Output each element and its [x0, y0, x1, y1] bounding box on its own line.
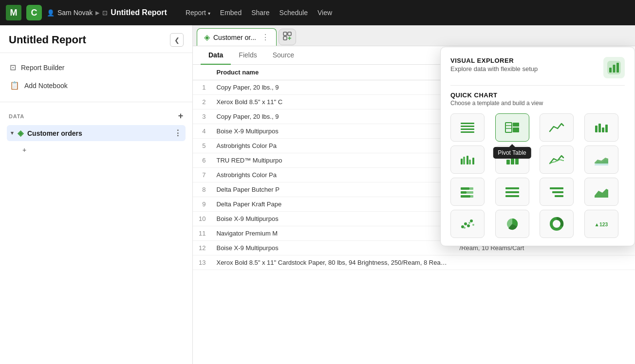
svg-rect-25	[469, 160, 471, 164]
add-notebook-icon: 📋	[10, 81, 19, 90]
ve-title: VISUAL EXPLORER	[450, 57, 538, 64]
report-builder-icon: ⊡	[10, 63, 16, 72]
chart-type-scatter[interactable]	[450, 210, 485, 238]
chart-type-donut[interactable]	[540, 210, 574, 238]
col-product-header[interactable]: Product name	[210, 65, 453, 80]
svg-rect-13	[505, 123, 512, 132]
row-number: 11	[193, 226, 210, 240]
svg-rect-37	[505, 191, 519, 193]
sidebar: Untitled Report ❮ ⊡ Report Builder 📋 Add…	[0, 25, 193, 364]
svg-rect-27	[506, 160, 510, 164]
sub-tab-source[interactable]: Source	[265, 46, 302, 65]
tab-label: Customer or...	[213, 34, 256, 41]
svg-rect-8	[616, 63, 619, 73]
breadcrumb-arrow: ▶	[95, 10, 99, 16]
chart-type-pivot[interactable]: Pivot Table	[495, 113, 529, 142]
svg-rect-14	[513, 123, 519, 127]
product-cell: Delta Paper Butcher P	[210, 182, 453, 197]
chart-type-indent-lines[interactable]	[540, 178, 574, 206]
add-tab-button[interactable]	[279, 29, 296, 45]
svg-point-43	[464, 222, 467, 225]
nav-schedule[interactable]: Schedule	[276, 7, 312, 18]
svg-rect-41	[555, 195, 563, 197]
sidebar-data-section: DATA + ▾ ◈ Customer orders ⋮ +	[0, 104, 192, 162]
breadcrumb: 👤 Sam Novak ▶ ⊡ Untitled Report	[47, 8, 167, 17]
chart-type-bar-spaced[interactable]	[584, 113, 618, 142]
chart-type-stacked-area[interactable]	[584, 146, 618, 174]
product-cell: TRU RED™ Multipurpo	[210, 153, 453, 167]
pivot-tooltip: Pivot Table	[493, 147, 531, 159]
product-cell: Xerox Bold 8.5" x 11" C	[210, 94, 453, 109]
row-number: 4	[193, 124, 210, 138]
chart-type-equal-lines[interactable]	[495, 178, 529, 206]
row-number: 3	[193, 109, 210, 124]
chart-type-table[interactable]	[450, 113, 485, 142]
add-notebook-label: Add Notebook	[24, 82, 68, 90]
svg-rect-2	[283, 36, 287, 40]
nav-report[interactable]: Report ▾	[182, 7, 214, 18]
visual-explorer-popup: VISUAL EXPLORER Explore data with flexib…	[440, 47, 635, 246]
chart-type-number[interactable]: ▲123	[584, 210, 618, 238]
sidebar-nav: ⊡ Report Builder 📋 Add Notebook	[0, 53, 192, 100]
sub-tab-fields[interactable]: Fields	[231, 46, 264, 65]
svg-rect-20	[602, 127, 604, 132]
svg-rect-18	[595, 126, 598, 132]
ve-subtitle: Explore data with flexible setup	[450, 65, 538, 73]
nav-view[interactable]: View	[314, 7, 336, 18]
svg-rect-36	[505, 187, 519, 189]
quick-chart-subtitle: Choose a template and build a view	[450, 100, 625, 107]
svg-rect-9	[461, 123, 474, 124]
svg-rect-35	[470, 195, 473, 198]
row-number: 2	[193, 94, 210, 109]
sub-tab-data[interactable]: Data	[201, 46, 231, 65]
chart-type-pie[interactable]	[495, 210, 529, 238]
chart-type-stacked-bar-h[interactable]	[450, 178, 485, 206]
svg-point-47	[468, 222, 470, 224]
sidebar-item-add-notebook[interactable]: 📋 Add Notebook	[5, 77, 187, 94]
svg-text:▲123: ▲123	[594, 222, 608, 227]
chart-type-grouped-bar[interactable]	[450, 146, 485, 174]
product-cell: Xerox Bold 8.5" x 11" Cardstock Paper, 8…	[210, 255, 453, 270]
sidebar-collapse-button[interactable]: ❮	[170, 33, 184, 47]
chart-type-line[interactable]	[540, 113, 574, 142]
ve-divider	[450, 85, 625, 86]
svg-rect-30	[461, 187, 469, 190]
nav-embed[interactable]: Embed	[216, 7, 245, 18]
row-number: 8	[193, 182, 210, 197]
svg-rect-32	[461, 191, 467, 194]
sidebar-divider	[0, 102, 192, 102]
svg-rect-21	[605, 125, 608, 132]
logo-c[interactable]: C	[26, 5, 42, 20]
svg-rect-31	[469, 187, 473, 190]
row-number: 7	[193, 167, 210, 182]
sidebar-data-header: DATA +	[7, 109, 186, 125]
data-item-label: Customer orders	[27, 129, 82, 137]
svg-rect-19	[598, 124, 601, 132]
svg-point-48	[472, 224, 474, 226]
svg-rect-39	[550, 187, 563, 189]
data-item-icon: ◈	[18, 128, 23, 138]
tab-options-icon[interactable]: ⋮	[261, 33, 269, 42]
svg-rect-10	[461, 126, 474, 127]
sidebar-title: Untitled Report	[9, 34, 86, 46]
svg-rect-22	[461, 159, 463, 164]
chart-type-area[interactable]	[540, 146, 574, 174]
ve-header: VISUAL EXPLORER Explore data with flexib…	[450, 57, 625, 78]
data-item-dots[interactable]: ⋮	[174, 128, 182, 138]
ve-logo-icon	[603, 57, 625, 78]
data-add-button[interactable]: +	[178, 111, 184, 121]
chart-type-area-filled[interactable]	[584, 178, 618, 206]
svg-rect-15	[513, 127, 519, 132]
sidebar-data-add-child[interactable]: +	[19, 143, 186, 157]
svg-rect-23	[463, 157, 465, 164]
sidebar-item-report-builder[interactable]: ⊡ Report Builder	[5, 59, 187, 76]
col-num-header	[193, 65, 210, 80]
add-child-icon: +	[22, 146, 26, 154]
active-tab[interactable]: ◈ Customer or... ⋮	[197, 28, 277, 46]
customer-orders-item[interactable]: ▾ ◈ Customer orders ⋮	[7, 125, 186, 141]
logo-m[interactable]: M	[6, 5, 21, 20]
user-name[interactable]: Sam Novak	[57, 9, 93, 17]
nav-share[interactable]: Share	[247, 7, 273, 18]
svg-rect-1	[288, 32, 291, 36]
svg-rect-0	[283, 32, 287, 36]
